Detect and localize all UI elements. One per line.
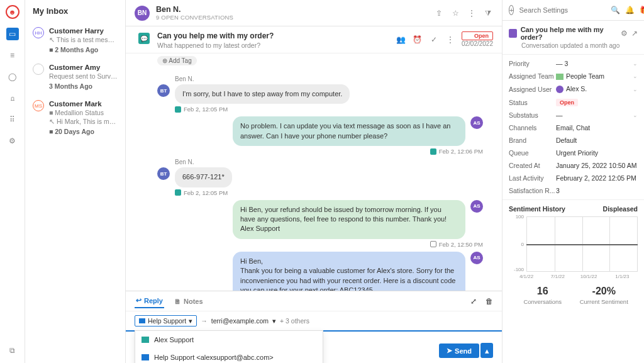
property-row[interactable]: Assigned UserAlex S.⌄ xyxy=(509,82,638,96)
refresh-icon[interactable]: ◯ xyxy=(6,70,19,83)
notes-tab[interactable]: 🗎 Notes xyxy=(173,295,204,308)
inbox-item-preview: ↖ This is a test message!! xyxy=(49,36,118,43)
people-icon[interactable]: 👥 xyxy=(396,35,406,45)
settings-icon[interactable]: ⚙ xyxy=(6,135,19,147)
add-tag-button[interactable]: ⊕ Add Tag xyxy=(157,56,197,65)
dropdown-label: Help Support <alexsupport@abc.com> xyxy=(154,354,274,361)
message-bubble: Hi Ben, your refund should be issued by … xyxy=(233,200,465,239)
star-icon[interactable]: ☆ xyxy=(450,8,460,18)
assign-icon[interactable]: ⇪ xyxy=(434,8,444,18)
property-value: Alex S. xyxy=(556,85,633,93)
send-split-button[interactable]: ▴ xyxy=(480,343,493,358)
property-label: Channels xyxy=(509,124,556,131)
gift-icon[interactable]: 🎁 xyxy=(640,6,644,14)
filter-icon[interactable]: ≡ xyxy=(6,49,19,62)
filter-icon[interactable]: ⧩ xyxy=(483,8,493,18)
share-icon[interactable]: ↗ xyxy=(631,29,638,38)
inbox-title: My Inbox xyxy=(25,0,125,22)
property-value: February 2, 2022 12:05 PM xyxy=(556,174,638,182)
details-panel: + 🔍 🔔 🎁 Can you help me with my order? ⚙… xyxy=(502,0,644,363)
inbox-item-preview: ↖ Hi Mark, This is my message. Your orde… xyxy=(49,118,118,125)
property-value: Default xyxy=(556,137,638,144)
copy-icon[interactable]: ⧉ xyxy=(6,344,19,357)
inbox-item[interactable]: Customer Amy Request sent to SurveyMonke… xyxy=(25,59,125,95)
property-label: Brand xyxy=(509,137,556,144)
inbox-icon[interactable]: ▭ xyxy=(6,28,19,40)
expand-icon[interactable]: ⤢ xyxy=(470,297,477,306)
clock-icon[interactable]: ⏰ xyxy=(413,35,423,45)
property-value: People Team xyxy=(556,72,633,80)
stat-sentiment: -20% xyxy=(577,286,632,297)
sentiment-title: Sentiment History xyxy=(509,205,565,213)
inbox-item-name: Customer Mark xyxy=(49,100,118,108)
property-row: BrandDefault xyxy=(509,134,638,147)
arrow-icon: → xyxy=(201,317,208,325)
side-title: Can you help me with my order? xyxy=(521,26,617,41)
add-button[interactable]: + xyxy=(509,5,514,15)
properties-list: Priority— 3⌄Assigned TeamPeople Team⌄Ass… xyxy=(502,55,644,200)
chat-icon xyxy=(142,337,149,343)
reply-tab[interactable]: ↩ Reply xyxy=(135,294,164,308)
property-value: Urgent Priority xyxy=(556,149,638,157)
more-icon[interactable]: ⋮ xyxy=(445,35,455,45)
stat-conversations: 16 xyxy=(515,286,570,297)
reply-box: ↩ Reply 🗎 Notes ⤢ 🗑 Help Support ▾ → ter… xyxy=(126,291,502,363)
message-avatar: AS xyxy=(470,252,483,264)
property-label: Priority xyxy=(509,60,556,67)
trash-icon[interactable]: 🗑 xyxy=(486,297,493,306)
property-label: Queue xyxy=(509,149,556,157)
inbox-item-preview: Request sent to SurveyMonkey to initiate… xyxy=(49,72,118,80)
property-value: Email, Chat xyxy=(556,124,638,131)
inbox-item[interactable]: MS Customer Mark ■ Medallion Status ↖ Hi… xyxy=(25,95,125,140)
chevron-down-icon: ⌄ xyxy=(633,86,638,92)
dropdown-item[interactable]: Alex Support xyxy=(135,331,323,349)
property-row[interactable]: Priority— 3⌄ xyxy=(509,57,638,70)
to-address[interactable]: terri@example.com xyxy=(211,317,269,325)
pulse-icon[interactable]: ⩍ xyxy=(6,92,19,104)
more-icon[interactable]: ⋮ xyxy=(467,8,477,18)
property-value: Open xyxy=(556,98,638,106)
gear-icon[interactable]: ⚙ xyxy=(621,29,628,38)
apps-icon[interactable]: ⠿ xyxy=(6,113,19,126)
subject-subtitle: What happened to my latest order? xyxy=(157,42,274,49)
from-dropdown: Alex SupportHelp Support <alexsupport@ab… xyxy=(135,330,323,363)
conversation-panel: BN Ben N. 9 OPEN CONVERSATIONS ⇪ ☆ ⋮ ⧩ 💬… xyxy=(126,0,502,363)
property-label: Satisfaction R... xyxy=(509,187,556,194)
property-label: Last Activity xyxy=(509,174,556,182)
message-time: Feb 2, 12:06 PM xyxy=(157,148,483,155)
dropdown-item[interactable]: Help Support <alexsupport@abc.com> xyxy=(135,349,323,363)
from-selector[interactable]: Help Support ▾ xyxy=(135,315,197,327)
subject-title: Can you help me with my order? xyxy=(157,31,274,40)
send-button[interactable]: ➤ Send xyxy=(439,343,479,358)
contact-avatar: BN xyxy=(135,6,150,21)
property-row[interactable]: Substatus—⌄ xyxy=(509,109,638,121)
inbox-item-date: ■ 20 Days Ago xyxy=(49,128,118,135)
search-icon[interactable]: 🔍 xyxy=(611,6,620,14)
check-icon[interactable]: ✓ xyxy=(429,35,439,45)
inbox-item-name: Customer Harry xyxy=(49,27,118,35)
inbox-item[interactable]: HH Customer Harry ↖ This is a test messa… xyxy=(25,22,125,59)
message-sender: Ben N. xyxy=(175,75,483,82)
contact-sub: 9 OPEN CONVERSATIONS xyxy=(156,14,233,21)
sentiment-value: Displeased xyxy=(603,205,638,213)
property-row[interactable]: Assigned TeamPeople Team⌄ xyxy=(509,70,638,82)
message-avatar: BT xyxy=(157,84,170,97)
inbox-item-preview: ■ Medallion Status xyxy=(49,109,118,116)
bell-icon[interactable]: 🔔 xyxy=(625,6,635,14)
property-value: January 25, 2022 10:50 AM xyxy=(556,162,638,169)
others-count[interactable]: + 3 others xyxy=(280,317,309,325)
brand-logo-icon[interactable]: ☻ xyxy=(6,5,19,19)
property-value: — 3 xyxy=(556,60,633,67)
chevron-down-icon: ⌄ xyxy=(633,112,638,118)
nav-rail: ☻ ▭ ≡ ◯ ⩍ ⠿ ⚙ ⧉ xyxy=(0,0,25,363)
mail-icon xyxy=(139,318,145,323)
mail-icon xyxy=(142,354,149,360)
message-time: Feb 2, 12:50 PM xyxy=(157,241,483,248)
conversation-subject: 💬 Can you help me with my order? What ha… xyxy=(126,26,502,53)
chevron-down-icon: ⌄ xyxy=(633,73,638,79)
message-avatar: AS xyxy=(470,200,483,213)
search-input[interactable] xyxy=(519,6,606,14)
inbox-item-date: 3 Months Ago xyxy=(49,82,118,90)
sentiment-chart: 100 0 -100 4/1/22 7/1/22 10/1/22 1/1/23 xyxy=(509,216,638,279)
message-bubble: Hi Ben, Thank you for being a valuable c… xyxy=(233,252,465,291)
